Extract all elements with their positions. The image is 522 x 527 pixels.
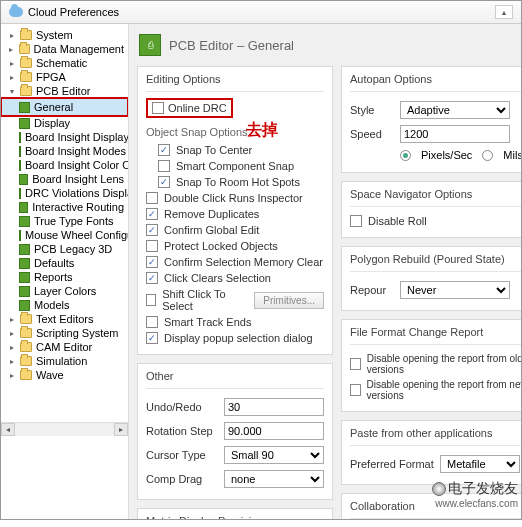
tree-board-insight-modes[interactable]: Board Insight Modes xyxy=(1,144,128,158)
tree-board-insight-display[interactable]: Board Insight Display xyxy=(1,130,128,144)
leaf-icon xyxy=(19,286,30,297)
pixels-radio[interactable] xyxy=(400,150,411,161)
click-clears-checkbox[interactable]: ✓ xyxy=(146,272,158,284)
folder-icon xyxy=(20,58,32,68)
tree-simulation[interactable]: ▸Simulation xyxy=(1,354,128,368)
cursor-select[interactable]: Small 90 xyxy=(224,446,324,464)
tree-models[interactable]: Models xyxy=(1,298,128,312)
leaf-icon xyxy=(19,272,30,283)
tree-data-management[interactable]: ▸Data Management xyxy=(1,42,128,56)
disable-roll-checkbox[interactable] xyxy=(350,215,362,227)
protect-locked-checkbox[interactable] xyxy=(146,240,158,252)
leaf-icon xyxy=(19,244,30,255)
leaf-icon xyxy=(19,202,28,213)
main-panel: ⎙ PCB Editor – General Editing Options O… xyxy=(129,24,521,519)
group-title: Editing Options xyxy=(146,73,324,92)
shift-click-checkbox[interactable] xyxy=(146,294,156,306)
primitives-button[interactable]: Primitives... xyxy=(254,292,324,309)
tree-board-insight-color[interactable]: Board Insight Color Overrid xyxy=(1,158,128,172)
folder-icon xyxy=(20,328,32,338)
leaf-icon xyxy=(19,216,30,227)
autopan-style-select[interactable]: Adaptive xyxy=(400,101,510,119)
folder-icon xyxy=(20,370,32,380)
folder-icon xyxy=(20,72,32,82)
object-snap-title: Object Snap Options xyxy=(146,126,324,138)
tree-text-editors[interactable]: ▸Text Editors xyxy=(1,312,128,326)
double-click-checkbox[interactable] xyxy=(146,192,158,204)
editing-options-group: Editing Options Online DRC Object Snap O… xyxy=(137,66,333,355)
confirm-mem-clear-checkbox[interactable]: ✓ xyxy=(146,256,158,268)
tree-pcb-editor[interactable]: ▾PCB Editor xyxy=(1,84,128,98)
scroll-right[interactable]: ▸ xyxy=(114,423,128,436)
tree-wave[interactable]: ▸Wave xyxy=(1,368,128,382)
tree-pcb-legacy-3d[interactable]: PCB Legacy 3D xyxy=(1,242,128,256)
folder-icon xyxy=(20,30,32,40)
tree-system[interactable]: ▸System xyxy=(1,28,128,42)
tree-interactive-routing[interactable]: Interactive Routing xyxy=(1,200,128,214)
tree-general[interactable]: General xyxy=(1,98,128,116)
folder-icon xyxy=(19,44,30,54)
tree-layer-colors[interactable]: Layer Colors xyxy=(1,284,128,298)
tree-true-type-fonts[interactable]: True Type Fonts xyxy=(1,214,128,228)
snap-hotspots-checkbox[interactable]: ✓ xyxy=(158,176,170,188)
tree-mouse-wheel[interactable]: Mouse Wheel Configuration xyxy=(1,228,128,242)
tree-cam-editor[interactable]: ▸CAM Editor xyxy=(1,340,128,354)
watermark: 电子发烧友 www.elecfans.com xyxy=(432,480,518,509)
leaf-icon xyxy=(19,174,28,185)
popup-checkbox[interactable]: ✓ xyxy=(146,332,158,344)
annotation-text: 去掉 xyxy=(246,120,278,141)
smart-track-checkbox[interactable] xyxy=(146,316,158,328)
rotation-input[interactable] xyxy=(224,422,324,440)
leaf-icon xyxy=(19,258,30,269)
group-title: Autopan Options xyxy=(350,73,521,92)
remove-duplicates-checkbox[interactable]: ✓ xyxy=(146,208,158,220)
preferences-tree: ▸System ▸Data Management ▸Schematic ▸FPG… xyxy=(1,24,129,519)
mils-radio[interactable] xyxy=(482,150,493,161)
tree-schematic[interactable]: ▸Schematic xyxy=(1,56,128,70)
tree-display[interactable]: Display xyxy=(1,116,128,130)
leaf-icon xyxy=(19,300,30,311)
autopan-group: Autopan Options StyleAdaptive Speed Pixe… xyxy=(341,66,521,173)
page-icon: ⎙ xyxy=(139,34,161,56)
other-group: Other Undo/Redo Rotation Step Cursor Typ… xyxy=(137,363,333,500)
tree-board-insight-lens[interactable]: Board Insight Lens xyxy=(1,172,128,186)
folder-icon xyxy=(20,314,32,324)
tree-scripting-system[interactable]: ▸Scripting System xyxy=(1,326,128,340)
group-title: Paste from other applications xyxy=(350,427,521,446)
snap-center-checkbox[interactable]: ✓ xyxy=(158,144,170,156)
autopan-speed-input[interactable] xyxy=(400,125,510,143)
titlebar: Cloud Preferences ▴ xyxy=(1,1,521,24)
metric-group: Metric Display Precision xyxy=(137,508,333,519)
group-title: Polygon Rebuild (Poured State) xyxy=(350,253,521,272)
smart-component-snap-checkbox[interactable] xyxy=(158,160,170,172)
online-drc-highlight: Online DRC xyxy=(146,98,233,118)
paste-format-select[interactable]: Metafile xyxy=(440,455,520,473)
logo-icon xyxy=(432,482,446,496)
leaf-icon xyxy=(19,230,21,241)
tree-reports[interactable]: Reports xyxy=(1,270,128,284)
collapse-button[interactable]: ▴ xyxy=(495,5,513,19)
disable-older-checkbox[interactable] xyxy=(350,358,361,370)
space-nav-group: Space Navigator Options Disable Roll xyxy=(341,181,521,238)
tree-drc-violations[interactable]: DRC Violations Display xyxy=(1,186,128,200)
group-title: Metric Display Precision xyxy=(146,515,324,519)
polygon-group: Polygon Rebuild (Poured State) RepourNev… xyxy=(341,246,521,311)
repour-select[interactable]: Never xyxy=(400,281,510,299)
leaf-icon xyxy=(19,188,21,199)
group-title: File Format Change Report xyxy=(350,326,521,345)
cloud-icon xyxy=(9,7,23,17)
paste-group: Paste from other applications Preferred … xyxy=(341,420,521,485)
disable-newer-checkbox[interactable] xyxy=(350,384,361,396)
scroll-left[interactable]: ◂ xyxy=(1,423,15,436)
file-format-group: File Format Change Report Disable openin… xyxy=(341,319,521,412)
leaf-icon xyxy=(19,118,30,129)
leaf-icon xyxy=(19,160,21,171)
leaf-icon xyxy=(19,102,30,113)
tree-fpga[interactable]: ▸FPGA xyxy=(1,70,128,84)
undo-input[interactable] xyxy=(224,398,324,416)
comp-drag-select[interactable]: none xyxy=(224,470,324,488)
confirm-global-checkbox[interactable]: ✓ xyxy=(146,224,158,236)
online-drc-checkbox[interactable] xyxy=(152,102,164,114)
tree-defaults[interactable]: Defaults xyxy=(1,256,128,270)
folder-icon xyxy=(20,342,32,352)
